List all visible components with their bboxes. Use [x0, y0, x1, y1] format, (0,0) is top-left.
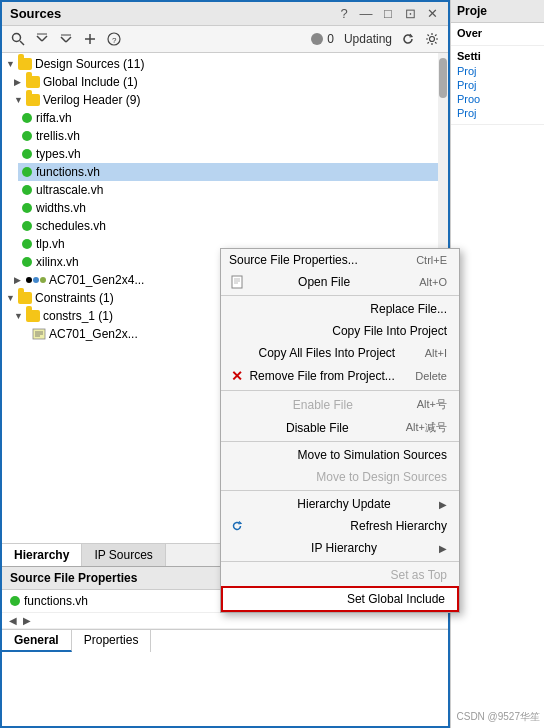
help-icon[interactable]: ?: [336, 6, 352, 21]
tab-properties[interactable]: Properties: [72, 630, 152, 652]
expand-arrow: ▼: [14, 95, 24, 105]
status-dot-green: [22, 113, 32, 123]
menu-replace-file[interactable]: Replace File...: [221, 298, 459, 320]
menu-item-label: Replace File...: [370, 302, 447, 316]
project-title: Proje: [451, 0, 544, 23]
item-label: ultrascale.vh: [36, 183, 103, 197]
tab-hierarchy[interactable]: Hierarchy: [2, 544, 82, 566]
folder-icon: [18, 58, 32, 70]
scrollbar-thumb[interactable]: [439, 58, 447, 98]
scroll-left-icon[interactable]: ◀: [6, 615, 20, 626]
props-filename: functions.vh: [24, 594, 88, 608]
menu-separator-2: [221, 390, 459, 391]
tab-general[interactable]: General: [2, 630, 72, 652]
menu-hierarchy-update[interactable]: Hierarchy Update ▶: [221, 493, 459, 515]
scroll-right-icon[interactable]: ▶: [20, 615, 34, 626]
expand-arrow: ▼: [6, 293, 16, 303]
expand-arrow: ▼: [14, 311, 24, 321]
expand-arrow: ▼: [6, 59, 16, 69]
item-label: widths.vh: [36, 201, 86, 215]
status-dot-green: [22, 203, 32, 213]
tree-item-riffa[interactable]: riffa.vh: [18, 109, 448, 127]
restore-icon[interactable]: □: [380, 6, 396, 21]
toolbar: ? 0 Updating: [2, 26, 448, 53]
project-link-4[interactable]: Proj: [457, 106, 538, 120]
submenu-arrow: ▶: [439, 499, 447, 510]
tree-item-global-include[interactable]: ▶ Global Include (1): [10, 73, 448, 91]
tree-item-schedules[interactable]: schedules.vh: [18, 217, 448, 235]
tree-item-types[interactable]: types.vh: [18, 145, 448, 163]
main-container: Sources ? — □ ⊡ ✕: [0, 0, 544, 728]
folder-icon: [26, 76, 40, 88]
project-link-1[interactable]: Proj: [457, 64, 538, 78]
tree-item-functions[interactable]: functions.vh: [18, 163, 448, 181]
watermark: CSDN @9527华笙: [456, 710, 540, 724]
menu-item-label: Open File: [298, 275, 350, 289]
svg-rect-17: [232, 276, 242, 288]
menu-copy-file[interactable]: Copy File Into Project: [221, 320, 459, 342]
expand-arrow: ▶: [14, 77, 24, 87]
project-settings: Setti Proj Proj Proo Proj: [451, 46, 544, 125]
tree-item-trellis[interactable]: trellis.vh: [18, 127, 448, 145]
item-label: functions.vh: [36, 165, 100, 179]
minimize-icon[interactable]: —: [358, 6, 374, 21]
menu-move-simulation[interactable]: Move to Simulation Sources: [221, 444, 459, 466]
tree-item-ultrascale[interactable]: ultrascale.vh: [18, 181, 448, 199]
menu-source-file-properties[interactable]: Source File Properties... Ctrl+E: [221, 249, 459, 271]
help2-icon[interactable]: ?: [104, 29, 124, 49]
menu-item-label: Copy All Files Into Project: [258, 346, 395, 360]
remove-icon: ✕: [229, 368, 245, 384]
menu-refresh-hierarchy[interactable]: Refresh Hierarchy: [221, 515, 459, 537]
project-link-2[interactable]: Proj: [457, 78, 538, 92]
menu-enable-file: Enable File Alt+号: [221, 393, 459, 416]
menu-disable-file[interactable]: Disable File Alt+减号: [221, 416, 459, 439]
menu-copy-all-files[interactable]: Copy All Files Into Project Alt+I: [221, 342, 459, 364]
folder-icon: [26, 310, 40, 322]
expand-collapse-icon[interactable]: [56, 29, 76, 49]
status-dot-green: [22, 185, 32, 195]
menu-item-label: Remove File from Project...: [249, 369, 394, 383]
menu-shortcut: Alt+I: [425, 347, 447, 359]
menu-item-label: IP Hierarchy: [311, 541, 377, 555]
tree-item-design-sources[interactable]: ▼ Design Sources (11): [2, 55, 448, 73]
item-label: trellis.vh: [36, 129, 80, 143]
menu-open-file[interactable]: Open File Alt+O: [221, 271, 459, 293]
submenu-arrow: ▶: [439, 543, 447, 554]
menu-item-label: Enable File: [293, 398, 353, 412]
settings-icon[interactable]: [422, 29, 442, 49]
tree-item-verilog-header[interactable]: ▼ Verilog Header (9): [10, 91, 448, 109]
menu-set-global-include[interactable]: Set Global Include: [221, 586, 459, 612]
menu-item-label: Set as Top: [391, 568, 447, 582]
status-dot: [311, 33, 323, 45]
menu-item-label: Move to Simulation Sources: [298, 448, 447, 462]
menu-remove-file[interactable]: ✕ Remove File from Project... Delete: [221, 364, 459, 388]
menu-shortcut: Alt+号: [417, 397, 447, 412]
close-icon[interactable]: ✕: [424, 6, 440, 21]
status-dot-green: [22, 221, 32, 231]
item-label: tlp.vh: [36, 237, 65, 251]
menu-item-label: Set Global Include: [347, 592, 445, 606]
svg-line-5: [61, 37, 66, 42]
project-link-3[interactable]: Proo: [457, 92, 538, 106]
menu-set-as-top: Set as Top: [221, 564, 459, 586]
maximize-icon[interactable]: ⊡: [402, 6, 418, 21]
add-icon[interactable]: [80, 29, 100, 49]
search-icon[interactable]: [8, 29, 28, 49]
svg-text:?: ?: [112, 36, 117, 45]
menu-move-design: Move to Design Sources: [221, 466, 459, 488]
menu-item-label: Disable File: [286, 421, 349, 435]
context-menu: Source File Properties... Ctrl+E Open Fi…: [220, 248, 460, 613]
menu-item-label: Move to Design Sources: [316, 470, 447, 484]
menu-ip-hierarchy[interactable]: IP Hierarchy ▶: [221, 537, 459, 559]
item-label: schedules.vh: [36, 219, 106, 233]
tab-ip-sources[interactable]: IP Sources: [82, 544, 165, 566]
menu-shortcut: Alt+减号: [406, 420, 447, 435]
updating-label: Updating: [344, 32, 392, 46]
refresh-action-icon[interactable]: [398, 29, 418, 49]
svg-point-12: [430, 37, 435, 42]
menu-shortcut: Alt+O: [419, 276, 447, 288]
project-panel: Proje Over Setti Proj Proj Proo Proj: [450, 0, 544, 728]
tree-item-widths[interactable]: widths.vh: [18, 199, 448, 217]
file-status-dot: [10, 596, 20, 606]
collapse-all-icon[interactable]: [32, 29, 52, 49]
